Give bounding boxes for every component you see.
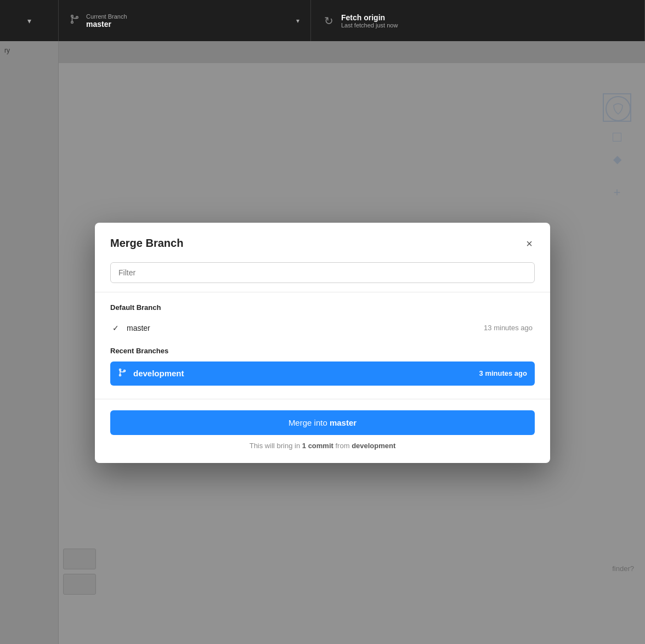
development-branch-time: 3 minutes ago [479,369,527,377]
svg-point-5 [120,369,121,370]
default-branch-label: Default Branch [110,303,535,312]
merge-info-branch: development [352,442,395,450]
svg-point-6 [120,374,121,376]
modal-body: Default Branch ✓ master 13 minutes ago R… [95,292,550,399]
svg-point-0 [71,15,73,17]
fetch-title: Fetch origin [341,13,398,22]
merge-info: This will bring in 1 commit from develop… [110,442,535,450]
current-branch-button[interactable]: Current Branch master ▾ [59,0,311,41]
merge-info-prefix: This will bring in [250,442,300,450]
master-branch-left: ✓ master [112,324,150,332]
fetch-subtitle: Last fetched just now [341,22,398,29]
fetch-text: Fetch origin Last fetched just now [341,13,398,29]
svg-point-1 [71,21,73,23]
master-branch-row[interactable]: ✓ master 13 minutes ago [110,318,535,338]
modal-title: Merge Branch [110,237,183,250]
selected-branch-icon [118,368,127,379]
fetch-icon: ↻ [324,14,333,27]
check-icon: ✓ [112,324,121,332]
merge-button[interactable]: Merge into master [110,410,535,435]
development-branch-row[interactable]: development 3 minutes ago [110,361,535,386]
merge-branch-modal: Merge Branch × Default Branch ✓ master 1… [95,223,550,463]
branch-text: Current Branch master [86,13,290,29]
master-branch-name: master [127,324,150,332]
modal-overlay: Merge Branch × Default Branch ✓ master 1… [0,41,645,644]
toolbar-left-section: ▾ [0,0,59,41]
modal-close-button[interactable]: × [524,236,535,251]
development-branch-left: development [118,368,184,379]
filter-section [95,262,550,292]
filter-input[interactable] [110,262,535,283]
recent-branches-label: Recent Branches [110,347,535,355]
svg-point-7 [124,370,126,371]
toolbar: ▾ Current Branch master ▾ ↻ Fetch origin… [0,0,645,41]
merge-info-count: 1 commit [302,442,333,450]
modal-footer: Merge into master This will bring in 1 c… [95,399,550,463]
git-branch-icon [70,14,80,27]
recent-branches-section: Recent Branches developmen [110,347,535,386]
development-branch-name: development [133,369,184,378]
fetch-origin-button[interactable]: ↻ Fetch origin Last fetched just now [311,0,645,41]
chevron-down-icon: ▾ [27,16,31,25]
merge-info-suffix: from [336,442,350,450]
master-branch-time: 13 minutes ago [484,324,533,332]
branch-label: Current Branch [86,13,290,20]
branch-name: master [86,20,290,29]
branch-chevron-icon: ▾ [296,17,299,25]
merge-button-target: master [330,418,357,427]
merge-button-prefix: Merge into [288,418,327,427]
modal-header: Merge Branch × [95,223,550,262]
